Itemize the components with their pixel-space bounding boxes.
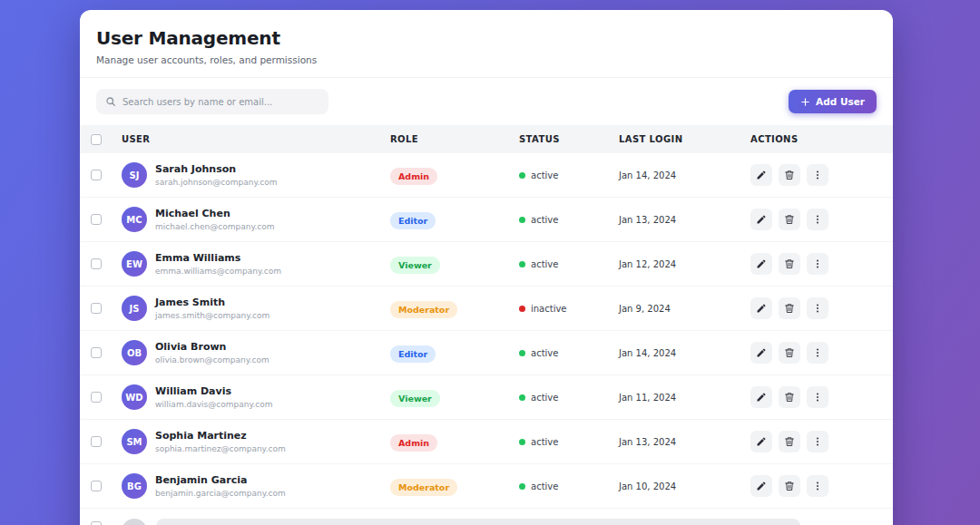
- vertical-dots-icon: [812, 170, 823, 180]
- role-badge: Viewer: [390, 257, 440, 274]
- role-badge: Editor: [390, 345, 436, 363]
- row-checkbox[interactable]: [91, 481, 102, 491]
- vertical-dots-icon: [812, 436, 823, 447]
- column-header-actions: ACTIONS: [750, 134, 893, 144]
- last-login: Jan 13, 2024: [619, 437, 750, 447]
- last-login: Jan 12, 2024: [619, 259, 750, 269]
- row-checkbox[interactable]: [91, 436, 102, 447]
- delete-button[interactable]: [779, 253, 800, 275]
- table-row: MC Michael Chen michael.chen@company.com…: [80, 198, 893, 242]
- trash-icon: [784, 170, 795, 180]
- table-body: SJ Sarah Johnson sarah.johnson@company.c…: [80, 153, 893, 509]
- status-dot: [519, 350, 525, 356]
- search-box[interactable]: [96, 89, 328, 114]
- trash-icon: [784, 481, 795, 491]
- edit-button[interactable]: [750, 386, 772, 408]
- trash-icon: [784, 347, 795, 358]
- user-email: benjamin.garcia@company.com: [155, 489, 286, 498]
- trash-icon: [784, 258, 795, 269]
- table-row: SJ Sarah Johnson sarah.johnson@company.c…: [80, 153, 893, 198]
- avatar-initials: SJ: [130, 170, 140, 180]
- skeleton-row: [80, 509, 893, 525]
- table-header: USER ROLE STATUS LAST LOGIN ACTIONS: [80, 125, 893, 153]
- more-button[interactable]: [807, 386, 828, 408]
- status-label: inactive: [531, 304, 567, 314]
- more-button[interactable]: [807, 475, 828, 497]
- avatar-initials: WD: [125, 393, 142, 403]
- avatar-initials: EW: [126, 259, 142, 269]
- row-checkbox[interactable]: [91, 303, 102, 314]
- delete-button[interactable]: [779, 342, 800, 364]
- pencil-icon: [756, 258, 767, 269]
- trash-icon: [784, 303, 795, 314]
- avatar-initials: OB: [127, 348, 142, 358]
- vertical-dots-icon: [812, 214, 823, 225]
- user-email: sophia.martinez@company.com: [155, 444, 286, 453]
- edit-button[interactable]: [750, 297, 772, 319]
- status-dot: [519, 261, 525, 267]
- role-badge: Moderator: [390, 479, 457, 496]
- row-checkbox[interactable]: [91, 214, 102, 225]
- table-row: JS James Smith james.smith@company.com M…: [80, 287, 893, 331]
- delete-button[interactable]: [779, 209, 800, 230]
- column-header-role: ROLE: [390, 134, 519, 144]
- edit-button[interactable]: [750, 475, 772, 497]
- more-button[interactable]: [807, 297, 828, 319]
- row-checkbox[interactable]: [91, 170, 102, 180]
- avatar: OB: [122, 340, 147, 365]
- user-email: emma.williams@company.com: [155, 267, 281, 276]
- edit-button[interactable]: [750, 253, 772, 275]
- add-user-label: Add User: [816, 96, 865, 107]
- pencil-icon: [756, 347, 767, 358]
- edit-button[interactable]: [750, 209, 772, 230]
- table-row: EW Emma Williams emma.williams@company.c…: [80, 242, 893, 287]
- edit-button[interactable]: [750, 342, 772, 364]
- add-user-button[interactable]: Add User: [789, 90, 877, 113]
- table-row: WD William Davis william.davis@company.c…: [80, 375, 893, 420]
- status-dot: [519, 172, 525, 179]
- page-title: User Management: [96, 27, 877, 49]
- search-icon: [105, 93, 116, 111]
- edit-button[interactable]: [750, 164, 772, 186]
- more-button[interactable]: [807, 209, 828, 230]
- delete-button[interactable]: [779, 164, 800, 186]
- select-all-checkbox[interactable]: [91, 134, 102, 145]
- delete-button[interactable]: [779, 386, 800, 408]
- pencil-icon: [756, 303, 767, 314]
- vertical-dots-icon: [812, 347, 823, 358]
- status-dot: [519, 217, 525, 223]
- status-dot: [519, 306, 525, 312]
- more-button[interactable]: [807, 164, 828, 186]
- vertical-dots-icon: [812, 392, 823, 403]
- status-label: active: [531, 259, 558, 269]
- column-header-status: STATUS: [519, 134, 619, 144]
- avatar: BG: [122, 473, 147, 499]
- delete-button[interactable]: [779, 297, 800, 319]
- more-button[interactable]: [807, 253, 828, 275]
- delete-button[interactable]: [779, 475, 800, 497]
- user-email: sarah.johnson@company.com: [155, 178, 278, 187]
- row-checkbox[interactable]: [91, 521, 102, 525]
- more-button[interactable]: [807, 342, 828, 364]
- vertical-dots-icon: [812, 481, 823, 491]
- table-row: OB Olivia Brown olivia.brown@company.com…: [80, 331, 893, 375]
- row-checkbox[interactable]: [91, 392, 102, 403]
- pencil-icon: [756, 436, 767, 447]
- more-button[interactable]: [807, 431, 828, 452]
- status-label: active: [531, 481, 558, 491]
- last-login: Jan 14, 2024: [619, 170, 750, 180]
- skeleton-bar: [156, 519, 800, 525]
- row-checkbox[interactable]: [91, 258, 102, 269]
- row-checkbox[interactable]: [91, 347, 102, 358]
- avatar-initials: BG: [127, 481, 142, 491]
- page-subtitle: Manage user accounts, roles, and permiss…: [96, 54, 877, 65]
- user-email: olivia.brown@company.com: [155, 355, 270, 365]
- table-row: SM Sophia Martinez sophia.martinez@compa…: [80, 420, 893, 464]
- role-badge: Editor: [390, 212, 436, 229]
- edit-button[interactable]: [750, 431, 772, 452]
- status-label: active: [531, 348, 558, 358]
- user-name: Sophia Martinez: [155, 430, 286, 442]
- search-input[interactable]: [122, 97, 319, 107]
- user-email: michael.chen@company.com: [155, 222, 275, 231]
- delete-button[interactable]: [779, 431, 800, 452]
